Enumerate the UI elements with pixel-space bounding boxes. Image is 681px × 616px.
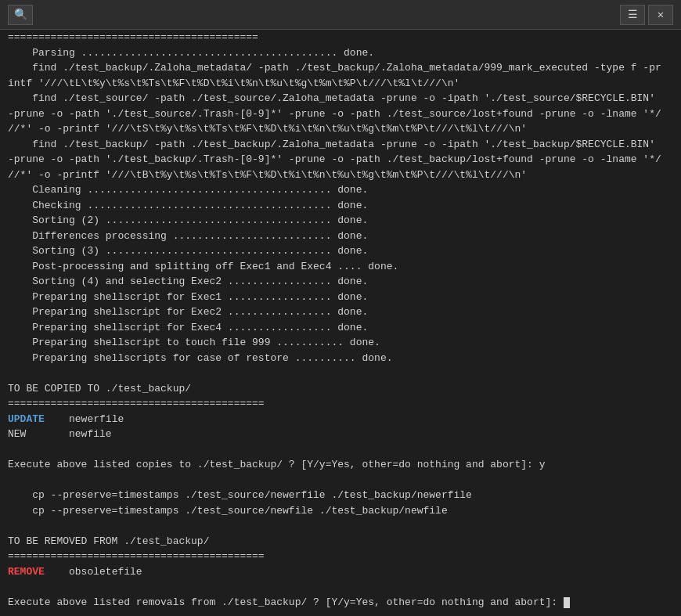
menu-button[interactable]: ☰ bbox=[620, 5, 645, 25]
terminal-line: find ./test_source/ -path ./test_source/… bbox=[8, 91, 673, 106]
terminal-line: cp --preserve=timestamps ./test_source/n… bbox=[8, 488, 673, 503]
terminal-line bbox=[8, 579, 673, 595]
close-icon: ✕ bbox=[658, 8, 664, 21]
terminal-line: Preparing shellscripts for case of resto… bbox=[8, 351, 673, 366]
new-label: NEW bbox=[8, 428, 26, 440]
terminal-line: cp --preserve=timestamps ./test_source/n… bbox=[8, 503, 673, 519]
terminal-line: ========================================… bbox=[8, 549, 673, 564]
terminal-line: Execute above listed copies to ./test_ba… bbox=[8, 457, 673, 473]
terminal-line: //*' -o -printf '///\tB\t%y\t%s\t%Ts\t%F… bbox=[8, 168, 673, 183]
terminal-line: Execute above listed removals from ./tes… bbox=[8, 595, 673, 611]
title-bar-controls: ☰ ✕ bbox=[620, 5, 673, 25]
terminal-line: Preparing shellscript for Exec2 ........… bbox=[8, 304, 673, 320]
terminal-line bbox=[8, 518, 673, 534]
terminal-line: Cleaning ...............................… bbox=[8, 182, 673, 198]
search-icon: 🔍 bbox=[14, 8, 27, 21]
title-bar: 🔍 ☰ ✕ bbox=[0, 0, 681, 30]
terminal-line: ========================================… bbox=[8, 396, 673, 412]
terminal-line: //*' -o -printf '///\tS\t%y\t%s\t%Ts\t%F… bbox=[8, 121, 673, 137]
terminal-line: Sorting (2) ............................… bbox=[8, 213, 673, 229]
menu-icon: ☰ bbox=[628, 8, 638, 21]
terminal-line: TO BE COPIED TO ./test_backup/ bbox=[8, 381, 673, 397]
terminal-line: REMOVE obsoletefile bbox=[8, 564, 673, 580]
terminal-line: NEW newfile bbox=[8, 427, 673, 442]
terminal-line: find ./test_backup/.Zaloha_metadata/ -pa… bbox=[8, 60, 673, 76]
terminal-line: Differences processing .................… bbox=[8, 229, 673, 244]
cursor bbox=[564, 597, 570, 608]
close-button[interactable]: ✕ bbox=[648, 5, 673, 25]
new-value: newfile bbox=[26, 428, 111, 440]
terminal-line: ========================================… bbox=[8, 30, 673, 45]
update-label: UPDATE bbox=[8, 413, 45, 425]
terminal-line: Sorting (4) and selecting Exec2 ........… bbox=[8, 274, 673, 290]
terminal-line bbox=[8, 366, 673, 381]
terminal-line: TO BE REMOVED FROM ./test_backup/ bbox=[8, 534, 673, 549]
update-value: newerfile bbox=[45, 413, 124, 425]
terminal-body: $ ./Zaloha.sh --sourceDir="test_source" … bbox=[0, 30, 681, 616]
terminal-line: intf '///\tL\t%y\t%s\t%Ts\t%F\t%D\t%i\t%… bbox=[8, 76, 673, 92]
remove-label: REMOVE bbox=[8, 566, 45, 578]
remove-value: obsoletefile bbox=[45, 566, 142, 578]
terminal-line: Preparing shellscript for Exec1 ........… bbox=[8, 290, 673, 305]
terminal-line: Post-processing and splitting off Exec1 … bbox=[8, 259, 673, 275]
terminal-line: Preparing shellscript for Exec4 ........… bbox=[8, 320, 673, 336]
terminal-line: Preparing shellscript to touch file 999 … bbox=[8, 335, 673, 351]
terminal-line bbox=[8, 442, 673, 458]
terminal-line: Checking ...............................… bbox=[8, 198, 673, 214]
terminal-line: Sorting (3) ............................… bbox=[8, 243, 673, 259]
terminal-line: find ./test_backup/ -path ./test_backup/… bbox=[8, 137, 673, 153]
terminal-line: -prune -o -path './test_backup/.Trash-[0… bbox=[8, 152, 673, 168]
terminal-line: UPDATE newerfile bbox=[8, 412, 673, 427]
search-button[interactable]: 🔍 bbox=[8, 5, 33, 25]
terminal-line: Parsing ................................… bbox=[8, 45, 673, 61]
terminal-line: -prune -o -path './test_source/.Trash-[0… bbox=[8, 106, 673, 122]
terminal-line bbox=[8, 473, 673, 488]
title-bar-left: 🔍 bbox=[8, 5, 33, 25]
